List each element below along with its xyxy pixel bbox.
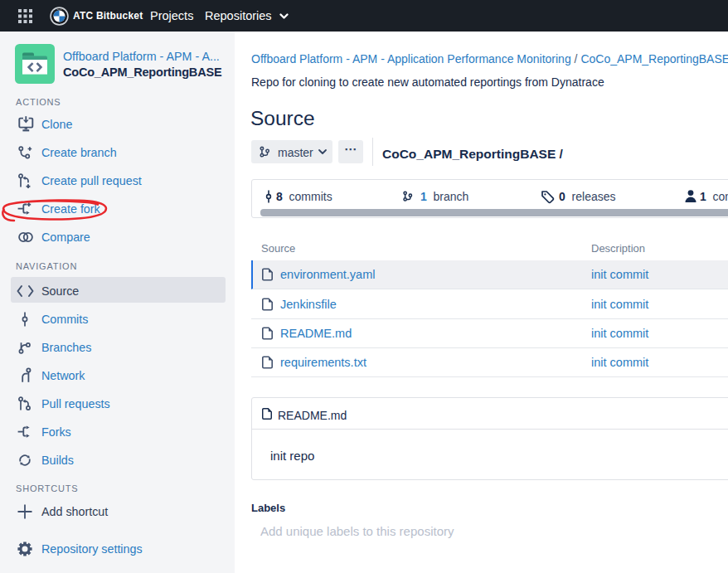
svg-text:BMW: BMW [56,8,62,11]
